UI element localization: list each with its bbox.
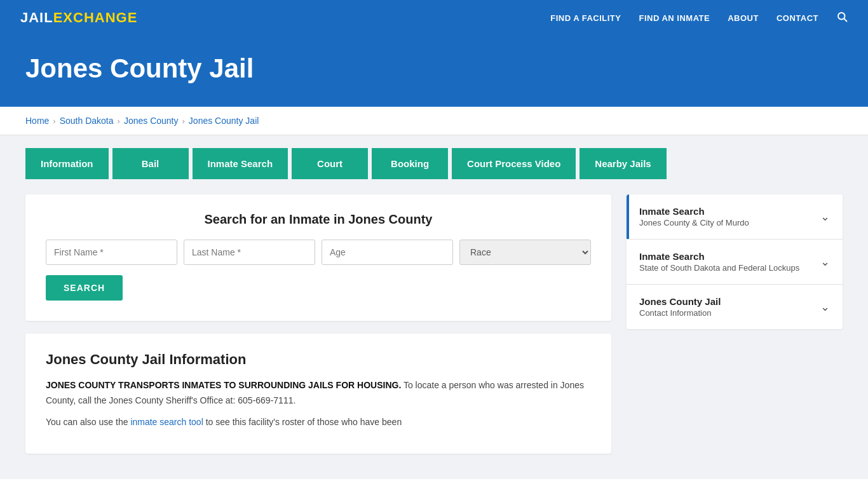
- race-select[interactable]: Race White Black Hispanic Asian Other: [459, 240, 591, 265]
- sidebar-item-3-header[interactable]: Jones County Jail Contact Information: [627, 285, 843, 329]
- main-content: Search for an Inmate in Jones County Rac…: [0, 179, 868, 479]
- inmate-search-box: Search for an Inmate in Jones County Rac…: [25, 194, 611, 321]
- sidebar-item-2-subtitle: State of South Dakota and Federal Lockup…: [639, 263, 799, 273]
- sidebar-item-1-subtitle: Jones County & City of Murdo: [639, 218, 749, 227]
- info-text-2-prefix: You can also use the: [46, 417, 130, 427]
- inmate-search-link[interactable]: inmate search tool: [130, 417, 203, 427]
- tab-booking[interactable]: Booking: [372, 148, 448, 179]
- sidebar-item-1: Inmate Search Jones County & City of Mur…: [627, 194, 843, 240]
- age-input[interactable]: [322, 240, 453, 265]
- tabs-container: Information Bail Inmate Search Court Boo…: [25, 148, 843, 179]
- info-box: Jones County Jail Information JONES COUN…: [25, 334, 611, 454]
- main-nav: FIND A FACILITY FIND AN INMATE ABOUT CON…: [550, 11, 848, 25]
- tab-information[interactable]: Information: [25, 148, 109, 179]
- tab-nearby-jails[interactable]: Nearby Jails: [580, 148, 666, 179]
- left-column: Search for an Inmate in Jones County Rac…: [25, 194, 611, 454]
- page-title: Jones County Jail: [25, 53, 843, 84]
- logo-exchange: EXCHANGE: [53, 10, 138, 26]
- tabs-bar: Information Bail Inmate Search Court Boo…: [0, 135, 868, 179]
- nav-contact[interactable]: CONTACT: [776, 13, 818, 23]
- breadcrumb-jones-county[interactable]: Jones County: [124, 116, 179, 126]
- sidebar-item-3-text: Jones County Jail Contact Information: [639, 296, 721, 318]
- breadcrumb-sep-2: ›: [118, 116, 120, 126]
- sidebar-item-2-chevron: [820, 255, 830, 269]
- search-title: Search for an Inmate in Jones County: [46, 212, 591, 227]
- sidebar: Inmate Search Jones County & City of Mur…: [627, 194, 843, 329]
- search-button[interactable]: SEARCH: [46, 275, 123, 301]
- sidebar-item-3-subtitle: Contact Information: [639, 308, 721, 318]
- sidebar-item-1-chevron: [820, 210, 830, 224]
- search-icon-button[interactable]: [836, 11, 848, 25]
- first-name-input[interactable]: [46, 240, 177, 265]
- breadcrumb-bar: Home › South Dakota › Jones County › Jon…: [0, 107, 868, 135]
- logo-jail: JAIL: [20, 10, 53, 26]
- tab-inmate-search[interactable]: Inmate Search: [193, 148, 288, 179]
- sidebar-item-1-title: Inmate Search: [639, 206, 749, 217]
- info-bold: JONES COUNTY TRANSPORTS INMATES TO SURRO…: [46, 380, 401, 390]
- breadcrumb-jones-county-jail[interactable]: Jones County Jail: [189, 116, 259, 126]
- tab-bail[interactable]: Bail: [112, 148, 189, 179]
- breadcrumb-home[interactable]: Home: [25, 116, 49, 126]
- info-paragraph-2: You can also use the inmate search tool …: [46, 415, 591, 430]
- sidebar-item-2-text: Inmate Search State of South Dakota and …: [639, 251, 799, 273]
- sidebar-item-2-header[interactable]: Inmate Search State of South Dakota and …: [627, 240, 843, 284]
- sidebar-item-3-title: Jones County Jail: [639, 296, 721, 307]
- breadcrumb: Home › South Dakota › Jones County › Jon…: [25, 116, 843, 126]
- search-fields: Race White Black Hispanic Asian Other: [46, 240, 591, 265]
- sidebar-item-1-text: Inmate Search Jones County & City of Mur…: [639, 206, 749, 227]
- sidebar-item-2: Inmate Search State of South Dakota and …: [627, 240, 843, 285]
- nav-about[interactable]: ABOUT: [728, 13, 759, 23]
- breadcrumb-sep-3: ›: [182, 116, 185, 126]
- tab-court[interactable]: Court: [292, 148, 368, 179]
- sidebar-item-2-title: Inmate Search: [639, 251, 799, 262]
- breadcrumb-south-dakota[interactable]: South Dakota: [60, 116, 114, 126]
- tab-court-process-video[interactable]: Court Process Video: [452, 148, 576, 179]
- info-paragraph-1: JONES COUNTY TRANSPORTS INMATES TO SURRO…: [46, 378, 591, 409]
- nav-find-inmate[interactable]: FIND AN INMATE: [639, 13, 710, 23]
- logo[interactable]: JAIL EXCHANGE: [20, 10, 137, 26]
- svg-line-1: [844, 18, 846, 21]
- info-text-2-suffix: to see this facility's roster of those w…: [203, 417, 402, 427]
- hero-section: Jones County Jail: [0, 36, 868, 107]
- last-name-input[interactable]: [184, 240, 315, 265]
- sidebar-item-3-chevron: [820, 300, 830, 314]
- sidebar-item-1-header[interactable]: Inmate Search Jones County & City of Mur…: [627, 194, 843, 239]
- site-header: JAIL EXCHANGE FIND A FACILITY FIND AN IN…: [0, 0, 868, 36]
- breadcrumb-sep-1: ›: [53, 116, 55, 126]
- nav-find-facility[interactable]: FIND A FACILITY: [550, 13, 621, 23]
- info-title: Jones County Jail Information: [46, 351, 591, 368]
- sidebar-item-3: Jones County Jail Contact Information: [627, 285, 843, 329]
